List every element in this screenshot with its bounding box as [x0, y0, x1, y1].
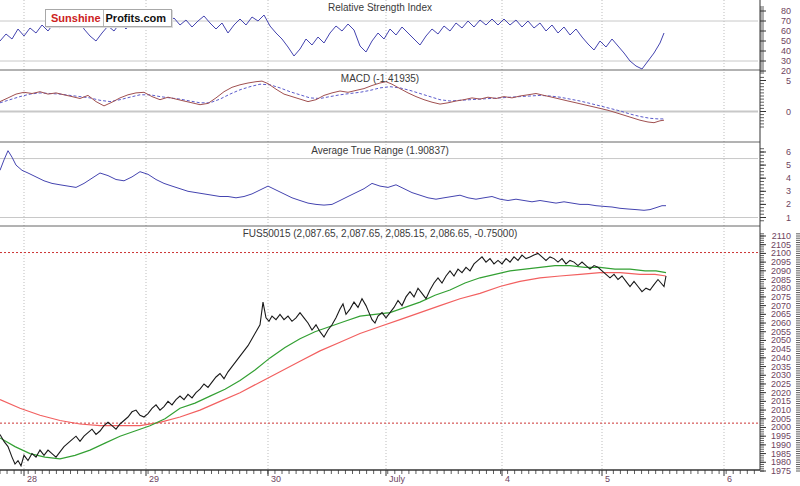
ma-fast-line — [0, 266, 666, 459]
axis-label: 50 — [781, 36, 791, 46]
macd-signal-line — [0, 84, 664, 119]
axis-label: 5 — [786, 76, 791, 86]
axis-label: 30 — [271, 474, 281, 484]
macd-title: MACD (-1.41935) — [0, 73, 760, 84]
ma-slow-line — [0, 273, 666, 426]
gridlines — [0, 21, 758, 218]
axis-label: 1975 — [771, 466, 791, 476]
axis-label: July — [389, 474, 406, 484]
axis-label: 28 — [27, 474, 37, 484]
atr-line — [0, 151, 666, 211]
axis-label: 20 — [781, 66, 791, 76]
axis-label: 29 — [149, 474, 159, 484]
axis-label: 80 — [781, 6, 791, 16]
atr-title: Average True Range (1.90837) — [0, 145, 760, 156]
axis-label: 70 — [781, 16, 791, 26]
axis-label: 60 — [781, 26, 791, 36]
atr-y-axis: 654321 — [760, 147, 791, 223]
axis-label: 5 — [786, 160, 791, 170]
logo-profits: Profits.com — [103, 10, 172, 26]
logo[interactable]: Sunshine Profits.com — [45, 9, 172, 27]
axis-label: 6 — [786, 147, 791, 157]
price-line — [0, 253, 666, 465]
price-y-axis: 2110210521002095209020852080207520702065… — [760, 231, 800, 476]
macd-panel — [0, 81, 664, 123]
axis-label: 6 — [727, 474, 732, 484]
price-panel — [0, 253, 758, 466]
axis-label: 0 — [786, 107, 791, 117]
price-title: FUS50015 (2,087.65, 2,087.65, 2,085.15, … — [0, 228, 760, 239]
logo-sunshine: Sunshine — [46, 10, 103, 26]
macd-line — [0, 81, 664, 123]
macd-y-axis: 50 — [760, 76, 791, 128]
axis-label: 5 — [605, 474, 610, 484]
chart-screen: 282930July456807060504030205065432121102… — [0, 0, 800, 486]
axis-label: 4 — [786, 173, 791, 183]
axis-label: 1 — [786, 213, 791, 223]
axis-label: 3 — [786, 186, 791, 196]
axis-label: 4 — [505, 474, 510, 484]
axis-label: 30 — [781, 56, 791, 66]
axis-label: 40 — [781, 46, 791, 56]
rsi-y-axis: 80706050403020 — [760, 6, 791, 76]
atr-panel — [0, 151, 666, 211]
axis-label: 2 — [786, 199, 791, 209]
